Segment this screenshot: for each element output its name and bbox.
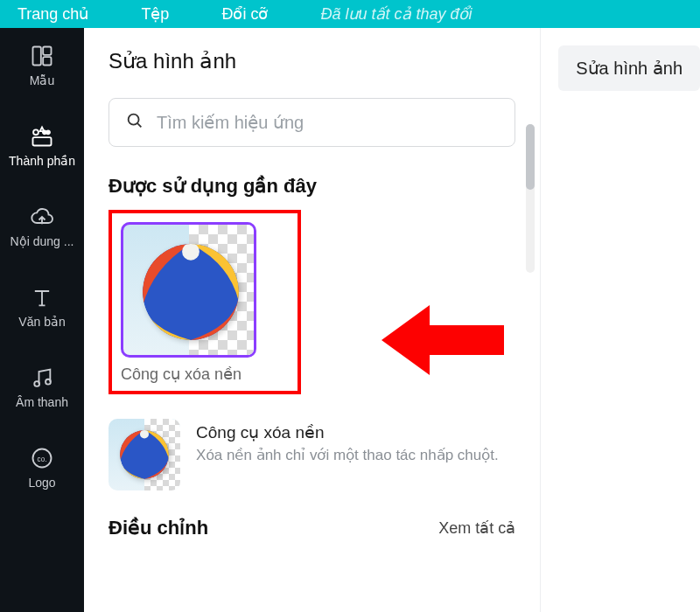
rail-audio[interactable]: Âm thanh <box>0 365 84 409</box>
svg-rect-2 <box>43 57 51 65</box>
bg-remover-row[interactable]: Công cụ xóa nền Xóa nền ảnh chỉ với một … <box>108 419 515 490</box>
object-rail: Mẫu Thành phần Nội dung ... Văn bản Âm t… <box>0 28 84 612</box>
highlight-annotation: Công cụ xóa nền <box>108 210 301 394</box>
svg-marker-13 <box>382 305 504 375</box>
svg-rect-1 <box>43 47 51 55</box>
bg-remover-row-thumb <box>108 419 180 490</box>
row-description: Xóa nền ảnh chỉ với một thao tác nhấp ch… <box>196 446 499 466</box>
toolbar-resize[interactable]: Đổi cỡ <box>221 4 268 24</box>
svg-point-6 <box>46 379 51 385</box>
adjust-section-title: Điều chỉnh <box>108 517 208 539</box>
toolbar-home[interactable]: Trang chủ <box>18 4 88 24</box>
svg-rect-4 <box>33 137 52 145</box>
search-box[interactable] <box>108 98 515 147</box>
top-toolbar: Trang chủ Tệp Đổi cỡ Đã lưu tất cả thay … <box>0 0 700 28</box>
edit-image-button[interactable]: Sửa hình ảnh <box>558 45 700 91</box>
svg-point-5 <box>34 381 39 386</box>
beach-ball-icon <box>143 244 239 340</box>
recent-section-title: Được sử dụng gần đây <box>108 175 515 198</box>
effects-panel: Sửa hình ảnh Được sử dụng gần đây <box>84 28 540 612</box>
arrow-annotation <box>382 301 504 383</box>
rail-elements[interactable]: Thành phần <box>0 124 84 168</box>
text-icon <box>30 285 54 309</box>
toolbar-file[interactable]: Tệp <box>141 4 169 24</box>
audio-icon <box>30 365 54 390</box>
canvas-toolbar-area: Sửa hình ảnh <box>540 28 700 612</box>
rail-uploads[interactable]: Nội dung ... <box>0 205 84 248</box>
templates-icon <box>30 44 54 68</box>
scrollbar-thumb[interactable] <box>526 124 535 190</box>
beach-ball-icon <box>120 430 169 479</box>
panel-title: Sửa hình ảnh <box>108 49 515 73</box>
see-all-link[interactable]: Xem tất cả <box>438 518 515 538</box>
logo-icon: co. <box>30 446 54 470</box>
elements-icon <box>30 124 54 149</box>
svg-point-3 <box>33 129 38 135</box>
toolbar-saved-status: Đã lưu tất cả thay đổi <box>320 4 472 24</box>
rail-templates[interactable]: Mẫu <box>0 44 84 87</box>
svg-text:co.: co. <box>38 456 47 463</box>
row-title: Công cụ xóa nền <box>196 422 499 442</box>
search-icon <box>125 111 144 134</box>
svg-point-9 <box>129 115 139 125</box>
svg-rect-0 <box>33 47 41 66</box>
search-input[interactable] <box>157 113 499 133</box>
bg-remover-label: Công cụ xóa nền <box>121 365 285 384</box>
rail-logo[interactable]: co. Logo <box>0 446 84 490</box>
rail-text[interactable]: Văn bản <box>0 285 84 329</box>
bg-remover-thumb[interactable] <box>121 222 256 358</box>
cloud-upload-icon <box>30 205 54 229</box>
